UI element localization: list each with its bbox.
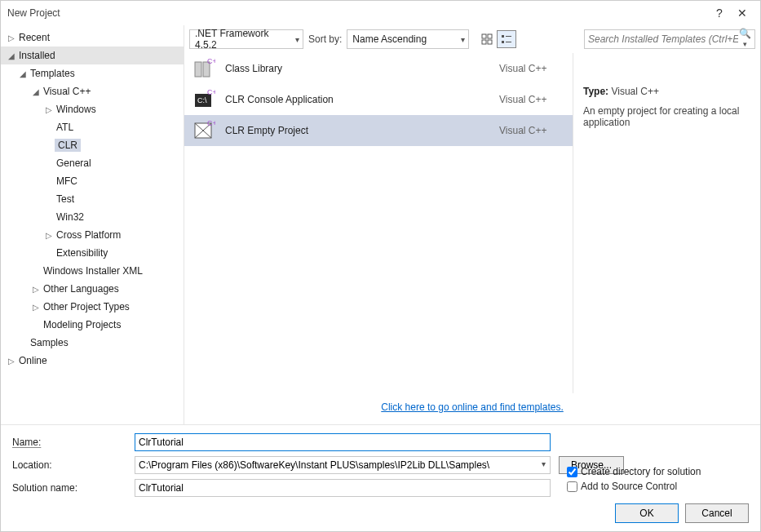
svg-rect-3 (488, 40, 492, 44)
tree-general[interactable]: General (1, 154, 184, 172)
bottom-form: Name: Location: Browse... Solution name:… (1, 424, 760, 531)
category-tree[interactable]: ▷Recent ◢Installed ◢Templates ◢Visual C+… (1, 25, 184, 424)
svg-rect-2 (482, 40, 486, 44)
empty-project-icon: C++ (192, 119, 215, 142)
close-button[interactable]: ✕ (731, 7, 754, 20)
tree-test[interactable]: Test (1, 190, 184, 208)
ok-button[interactable]: OK (615, 503, 679, 523)
svg-rect-5 (506, 36, 511, 37)
create-directory-checkbox[interactable]: Create directory for solution (567, 466, 749, 477)
center-panel: .NET Framework 4.5.2 Sort by: Name Ascen… (184, 25, 760, 424)
search-box[interactable]: 🔍▾ (584, 29, 755, 49)
new-project-dialog: New Project ? ✕ ▷Recent ◢Installed ◢Temp… (0, 0, 761, 532)
add-source-control-checkbox[interactable]: Add to Source Control (567, 481, 749, 492)
help-button[interactable]: ? (708, 7, 731, 20)
tree-other-languages[interactable]: ▷Other Languages (1, 280, 184, 298)
template-list[interactable]: C++ Class Library Visual C++ C:\C++ CLR … (184, 53, 573, 393)
svg-text:C++: C++ (207, 88, 215, 96)
template-clr-console[interactable]: C:\C++ CLR Console Application Visual C+… (184, 84, 573, 115)
console-app-icon: C:\C++ (192, 88, 215, 111)
template-clr-empty[interactable]: C++ CLR Empty Project Visual C++ (184, 115, 573, 146)
tree-online[interactable]: ▷Online (1, 352, 184, 370)
solution-name-label: Solution name: (12, 482, 126, 494)
location-label: Location: (12, 459, 126, 471)
svg-text:C++: C++ (207, 119, 215, 127)
name-label: Name: (12, 437, 126, 448)
online-templates-link[interactable]: Click here to go online and find templat… (381, 401, 563, 413)
search-input[interactable] (588, 33, 738, 45)
dialog-buttons: OK Cancel (12, 497, 749, 523)
sort-dropdown[interactable]: Name Ascending (347, 29, 469, 49)
template-details: Type: Visual C++ An empty project for cr… (573, 53, 760, 393)
tree-windows[interactable]: ▷Windows (1, 100, 184, 118)
template-toolbar: .NET Framework 4.5.2 Sort by: Name Ascen… (184, 25, 760, 53)
titlebar: New Project ? ✕ (1, 1, 760, 25)
svg-text:C++: C++ (207, 57, 215, 65)
tree-modeling[interactable]: Modeling Projects (1, 316, 184, 334)
online-templates-link-row: Click here to go online and find templat… (184, 393, 760, 424)
tree-clr[interactable]: CLR (1, 136, 184, 154)
main-area: ▷Recent ◢Installed ◢Templates ◢Visual C+… (1, 25, 760, 424)
tree-mfc[interactable]: MFC (1, 172, 184, 190)
tree-wix[interactable]: Windows Installer XML (1, 262, 184, 280)
tree-cross-platform[interactable]: ▷Cross Platform (1, 226, 184, 244)
svg-rect-1 (488, 34, 492, 38)
svg-rect-0 (482, 34, 486, 38)
tree-templates[interactable]: ◢Templates (1, 64, 184, 82)
tree-visual-cpp[interactable]: ◢Visual C++ (1, 82, 184, 100)
sort-by-label: Sort by: (308, 33, 342, 45)
detail-type: Type: Visual C++ (583, 86, 750, 97)
view-small-icons[interactable] (497, 30, 516, 48)
window-title: New Project (7, 7, 708, 19)
grid-icon (481, 33, 493, 45)
tree-win32[interactable]: Win32 (1, 208, 184, 226)
svg-rect-7 (506, 42, 511, 42)
list-icon (501, 33, 512, 45)
tree-samples[interactable]: Samples (1, 334, 184, 352)
tree-installed[interactable]: ◢Installed (1, 47, 184, 64)
cancel-button[interactable]: Cancel (685, 503, 749, 523)
project-name-input[interactable] (135, 433, 551, 451)
location-input[interactable] (135, 456, 551, 474)
svg-rect-8 (195, 62, 201, 77)
tree-other-project-types[interactable]: ▷Other Project Types (1, 298, 184, 316)
tree-recent[interactable]: ▷Recent (1, 29, 184, 47)
svg-text:C:\: C:\ (197, 96, 207, 104)
template-class-library[interactable]: C++ Class Library Visual C++ (184, 53, 573, 84)
solution-options: Create directory for solution Add to Sou… (567, 466, 749, 492)
view-mode-buttons (477, 30, 516, 48)
tree-extensibility[interactable]: Extensibility (1, 244, 184, 262)
tree-atl[interactable]: ATL (1, 118, 184, 136)
detail-description: An empty project for creating a local ap… (583, 105, 750, 128)
search-icon[interactable]: 🔍▾ (738, 28, 751, 51)
class-library-icon: C++ (192, 57, 215, 80)
framework-dropdown[interactable]: .NET Framework 4.5.2 (189, 29, 303, 49)
svg-rect-4 (502, 35, 504, 38)
view-medium-icons[interactable] (477, 30, 497, 48)
solution-name-input[interactable] (135, 479, 551, 497)
svg-rect-6 (502, 41, 504, 43)
